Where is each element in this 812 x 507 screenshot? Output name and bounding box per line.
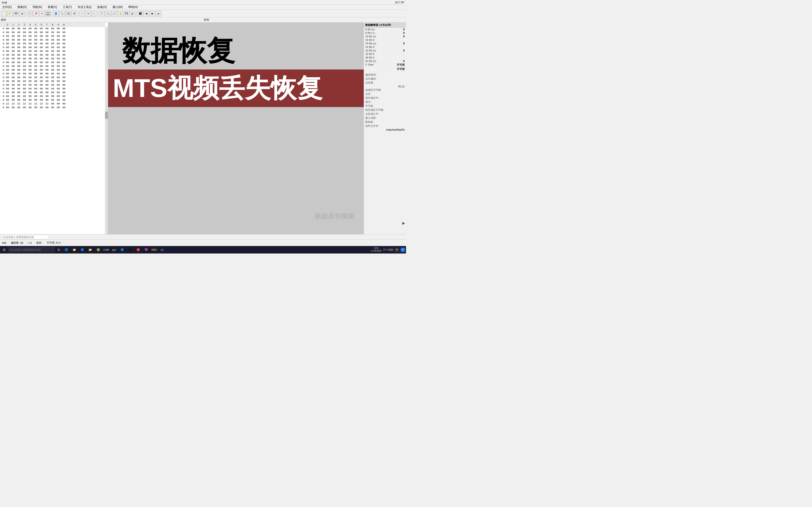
hex-scrollbar-thumb[interactable] (105, 112, 108, 119)
hex-byte-cell[interactable]: 00 (61, 91, 67, 94)
hex-byte-cell[interactable]: 00 (5, 91, 10, 94)
hex-byte-cell[interactable]: 00 (61, 65, 67, 68)
hex-byte-cell[interactable]: 00 (39, 87, 44, 90)
hex-byte-cell[interactable]: 00 (55, 68, 61, 71)
hex-byte-cell[interactable]: 00 (39, 61, 44, 64)
hex-byte-cell[interactable]: 00 (27, 99, 33, 101)
hex-byte-cell[interactable]: 22 (33, 102, 39, 105)
menu-nav[interactable]: 导航(N) (31, 5, 44, 10)
toolbar-btn-5[interactable]: 🔧 (99, 11, 105, 16)
table-row[interactable]: 00000000000000000000000 (0, 49, 105, 53)
taskbar-app-ai[interactable]: Ai (158, 246, 166, 253)
hex-byte-cell[interactable]: 00 (21, 80, 27, 82)
hex-byte-cell[interactable]: 00 (16, 68, 21, 71)
hex-byte-cell[interactable]: 00 (16, 83, 21, 87)
hex-byte-cell[interactable]: 00 (27, 106, 33, 109)
taskbar-app-cw[interactable]: CaW (102, 246, 110, 253)
hex-byte-cell[interactable]: 00 (5, 50, 10, 53)
hex-byte-cell[interactable]: 00 (39, 27, 44, 30)
hex-byte-cell[interactable]: 00 (16, 27, 21, 30)
hex-byte-cell[interactable]: 00 (61, 99, 67, 101)
hex-byte-cell[interactable]: 00 (33, 99, 39, 101)
hex-byte-cell[interactable]: 00 (50, 35, 55, 38)
hex-byte-cell[interactable]: 00 (61, 54, 67, 56)
toolbar-btn-new[interactable]: 📄 (1, 11, 7, 16)
hex-byte-cell[interactable]: 00 (27, 39, 33, 41)
hex-byte-cell[interactable]: 00 (44, 91, 50, 94)
hex-byte-cell[interactable]: 00 (16, 46, 21, 49)
hex-byte-cell[interactable]: 00 (50, 102, 55, 105)
hex-byte-cell[interactable]: 00 (5, 87, 10, 90)
hex-byte-cell[interactable]: 00 (5, 61, 10, 64)
hex-byte-cell[interactable]: 00 (61, 42, 67, 45)
hex-byte-cell[interactable]: 00 (16, 57, 21, 60)
hex-byte-cell[interactable]: 00 (21, 46, 27, 49)
table-row[interactable]: 00000000000000000000000 (0, 46, 105, 49)
hex-byte-cell[interactable]: 00 (61, 27, 67, 30)
hex-byte-cell[interactable]: 22 (39, 102, 44, 105)
hex-byte-cell[interactable]: 00 (44, 80, 50, 82)
hex-byte-cell[interactable]: 00 (5, 80, 10, 82)
toolbar-btn-6[interactable]: 🔍 (105, 11, 111, 16)
hex-byte-cell[interactable]: 00 (33, 87, 39, 90)
search-input[interactable] (2, 235, 49, 239)
hex-byte-cell[interactable]: 00 (50, 50, 55, 53)
hex-byte-cell[interactable]: 00 (16, 87, 21, 90)
table-row[interactable]: 00000000000000000000000 (0, 75, 105, 79)
hex-byte-cell[interactable]: 00 (16, 42, 21, 45)
hex-byte-cell[interactable]: 00 (39, 46, 44, 49)
hex-byte-cell[interactable]: 00 (16, 31, 21, 34)
hex-byte-cell[interactable]: 00 (39, 95, 44, 98)
hex-byte-cell[interactable]: 00 (44, 72, 50, 75)
hex-byte-cell[interactable]: 00 (33, 65, 39, 68)
hex-byte-cell[interactable]: 00 (21, 27, 27, 30)
toolbar-btn-1[interactable]: 👤 (53, 11, 59, 16)
taskbar-app-browser[interactable]: 🌐 (62, 246, 70, 253)
hex-byte-cell[interactable]: 00 (39, 39, 44, 41)
hex-byte-cell[interactable]: 00 (16, 106, 21, 109)
hex-byte-cell[interactable]: 00 (16, 95, 21, 98)
hex-byte-cell[interactable]: 00 (33, 61, 39, 64)
hex-byte-cell[interactable]: 00 (55, 42, 61, 45)
hex-byte-cell[interactable]: 00 (10, 95, 16, 98)
hex-byte-cell[interactable]: 00 (50, 72, 55, 75)
hex-byte-cell[interactable]: 00 (16, 50, 21, 53)
hex-byte-cell[interactable]: 00 (61, 39, 67, 41)
hex-byte-cell[interactable]: 00 (55, 95, 61, 98)
hex-byte-cell[interactable]: 00 (21, 106, 27, 109)
hex-byte-cell[interactable]: 00 (33, 50, 39, 53)
hex-byte-cell[interactable]: 00 (10, 106, 16, 109)
hex-byte-cell[interactable]: 00 (39, 68, 44, 71)
hex-byte-cell[interactable]: 00 (10, 80, 16, 82)
hex-byte-cell[interactable]: 00 (21, 54, 27, 56)
hex-byte-cell[interactable]: 00 (5, 76, 10, 79)
hex-byte-cell[interactable]: 00 (5, 106, 10, 109)
hex-byte-cell[interactable]: 00 (44, 83, 50, 87)
hex-byte-cell[interactable]: 00 (21, 61, 27, 64)
hex-byte-cell[interactable]: 00 (39, 83, 44, 87)
hex-byte-cell[interactable]: 00 (27, 91, 33, 94)
hex-byte-cell[interactable]: 00 (44, 99, 50, 101)
hex-byte-cell[interactable]: 00 (50, 54, 55, 56)
hex-panel[interactable]: 0 1 2 3 4 5 6 7 8 9 A 000000000000000000… (0, 22, 108, 239)
hex-byte-cell[interactable]: 00 (55, 46, 61, 49)
hex-byte-cell[interactable]: 00 (55, 87, 61, 90)
toolbar-btn-7[interactable]: 🔎 (111, 11, 117, 16)
toolbar-btn-14[interactable]: 🔈 (156, 11, 161, 16)
menu-help[interactable]: 帮助(H) (127, 5, 139, 10)
toolbar-btn-12[interactable]: ◀ (144, 11, 149, 16)
hex-byte-cell[interactable]: 00 (44, 31, 50, 34)
hex-byte-cell[interactable]: 00 (16, 91, 21, 94)
hex-byte-cell[interactable]: 00 (55, 72, 61, 75)
hex-byte-cell[interactable]: 00 (10, 72, 16, 75)
hex-byte-cell[interactable]: 00 (21, 35, 27, 38)
menu-pro-tools[interactable]: 专业工具(I) (76, 5, 93, 10)
hex-byte-cell[interactable]: 00 (61, 76, 67, 79)
hex-byte-cell[interactable]: 00 (55, 80, 61, 82)
hex-byte-cell[interactable]: 00 (55, 91, 61, 94)
table-row[interactable]: 00000000000000000000000 (0, 53, 105, 57)
hex-byte-cell[interactable]: 00 (50, 39, 55, 41)
hex-byte-cell[interactable]: 00 (27, 68, 33, 71)
hex-byte-cell[interactable]: 00 (27, 57, 33, 60)
hex-byte-cell[interactable]: 00 (39, 50, 44, 53)
